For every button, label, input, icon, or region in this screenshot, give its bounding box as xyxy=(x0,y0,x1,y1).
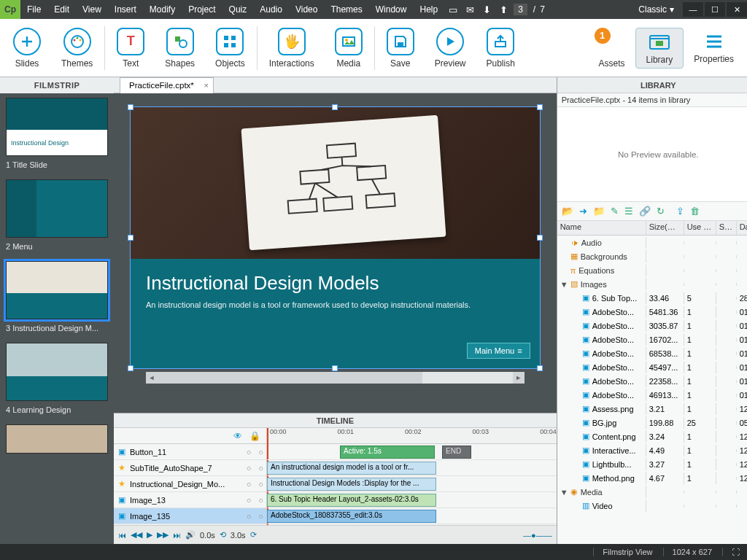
library-item[interactable]: ▣AdobeSto...3035.87101 xyxy=(557,319,747,332)
library-item[interactable]: ▣Content.png3.24112 xyxy=(557,429,747,443)
filmstrip-slide-1[interactable]: 1 Title Slide xyxy=(6,98,108,169)
ribbon-media[interactable]: Media xyxy=(325,25,373,71)
library-item[interactable]: ▣Interactive...4.49112 xyxy=(557,443,747,457)
step-fwd-icon[interactable]: ▶▶ xyxy=(157,530,169,540)
usage-icon[interactable]: 🔗 xyxy=(639,206,651,217)
import-icon[interactable]: ➜ xyxy=(579,206,587,217)
timeline-layer[interactable]: ▣Image_13○○ xyxy=(114,492,266,508)
goto-start-icon[interactable]: ⏮ xyxy=(118,531,126,540)
close-icon[interactable]: × xyxy=(204,81,208,90)
library-item[interactable]: ▣AdobeSto...45497...101 xyxy=(557,360,747,374)
ribbon-shapes[interactable]: Shapes xyxy=(155,25,205,71)
menu-window[interactable]: Window xyxy=(369,4,414,15)
menu-themes[interactable]: Themes xyxy=(324,4,368,15)
timeline-layer[interactable]: ▣Button_11○○ xyxy=(114,444,266,460)
ribbon-preview[interactable]: Preview xyxy=(425,25,476,71)
timeline-layer[interactable]: ★SubTitle_AutoShape_7○○ xyxy=(114,460,266,476)
workspace-switcher[interactable]: Classic ▾ xyxy=(631,4,681,15)
library-folder[interactable]: ▼◉Media xyxy=(557,485,747,499)
filmstrip-slide-4[interactable]: 4 Learning Design xyxy=(6,343,108,414)
audio-icon[interactable]: 🔊 xyxy=(185,530,196,540)
ribbon-themes[interactable]: Themes xyxy=(51,25,103,71)
col-use[interactable]: Use C... xyxy=(684,221,716,235)
ribbon-publish[interactable]: Publish xyxy=(476,25,525,71)
cc-icon[interactable]: ▭ xyxy=(444,4,462,15)
window-maximize[interactable]: ☐ xyxy=(705,2,725,17)
filmstrip-slide-2[interactable]: 2 Menu xyxy=(6,179,108,251)
edit-icon[interactable]: ✎ xyxy=(611,206,619,217)
ribbon-properties[interactable]: Properties xyxy=(684,29,744,67)
menu-edit[interactable]: Edit xyxy=(47,4,76,15)
play-icon[interactable]: ▶ xyxy=(147,530,152,540)
menu-audio[interactable]: Audio xyxy=(253,4,289,15)
timeline-zoom-out[interactable]: ⟲ xyxy=(220,530,226,540)
refresh-icon[interactable]: ↻ xyxy=(657,206,665,217)
download-icon[interactable]: ⬇ xyxy=(479,4,495,15)
menu-insert[interactable]: Insert xyxy=(108,4,143,15)
timeline-zoom-in[interactable]: ⟳ xyxy=(250,530,257,540)
library-tree[interactable]: 🕩Audio▦BackgroundsπEquations▼▧Images▣6. … xyxy=(557,236,747,544)
menu-video[interactable]: Video xyxy=(289,4,324,15)
library-item[interactable]: ▣BG.jpg199.882505 xyxy=(557,416,747,429)
ribbon-interactions[interactable]: 🖐 Interactions xyxy=(259,25,325,71)
ribbon-objects[interactable]: Objects xyxy=(205,25,255,71)
delete-icon[interactable]: 🗑 xyxy=(690,206,700,217)
library-item[interactable]: ▣Method.png4.67112 xyxy=(557,471,747,485)
col-name[interactable]: Name xyxy=(557,221,646,235)
stage-area[interactable]: Instructional Design Models An instructi… xyxy=(114,93,557,413)
slide-canvas[interactable]: Instructional Design Models An instructi… xyxy=(130,106,541,369)
menu-help[interactable]: Help xyxy=(413,4,444,15)
library-folder[interactable]: ▼▧Images xyxy=(557,277,747,291)
library-folder[interactable]: ▦Backgrounds xyxy=(557,249,747,263)
timeline-ruler[interactable]: 00:00 00:01 00:02 00:03 00:04 xyxy=(267,428,557,444)
library-columns[interactable]: Name Size(KB) Use C... St... Date xyxy=(557,221,747,236)
library-item[interactable]: ▣AdobeSto...46913...101 xyxy=(557,388,747,402)
goto-end-icon[interactable]: ⏭ xyxy=(173,531,181,540)
lock-icon[interactable]: 🔒 xyxy=(249,431,260,441)
clip-image135[interactable]: AdobeStock_180837355_edit:3.0s xyxy=(267,510,436,523)
library-folder[interactable]: πEquations xyxy=(557,263,747,277)
menu-file[interactable]: File xyxy=(20,4,47,15)
menu-modify[interactable]: Modify xyxy=(143,4,182,15)
library-item[interactable]: ▣AdobeSto...68538...101 xyxy=(557,346,747,360)
clip-active[interactable]: Active: 1.5s xyxy=(340,446,435,459)
clip-end[interactable]: END xyxy=(442,446,471,459)
filmstrip-slide-3[interactable]: 3 Instructional Design M... xyxy=(6,261,108,332)
library-folder[interactable]: 🕩Audio xyxy=(557,236,747,249)
window-close[interactable]: ✕ xyxy=(727,2,747,17)
menu-view[interactable]: View xyxy=(76,4,108,15)
col-date[interactable]: Date xyxy=(737,221,747,235)
library-item[interactable]: ▣AdobeSto...22358...101 xyxy=(557,374,747,388)
library-item[interactable]: ▣Assess.png3.21112 xyxy=(557,402,747,416)
menu-project[interactable]: Project xyxy=(182,4,222,15)
main-menu-button[interactable]: Main Menu ≡ xyxy=(467,343,530,359)
window-minimize[interactable]: — xyxy=(683,2,703,17)
library-item[interactable]: ▣Lightbulb...3.27112 xyxy=(557,457,747,471)
timeline-layer[interactable]: ★Instructional_Design_Mo...○○ xyxy=(114,476,266,492)
col-size[interactable]: Size(KB) xyxy=(646,221,684,235)
ribbon-library[interactable]: Library xyxy=(635,28,684,69)
ribbon-save[interactable]: Save xyxy=(376,25,425,71)
clip-image13[interactable]: 6. Sub Topic Header Layout_2-assets-02:3… xyxy=(267,494,436,507)
filmstrip-slide-5[interactable] xyxy=(6,424,108,454)
ribbon-text[interactable]: T Text xyxy=(107,25,155,71)
clip-title[interactable]: Instructional Design Models :Display for… xyxy=(267,478,436,491)
page-current[interactable]: 3 xyxy=(514,4,527,15)
clip-subtitle[interactable]: An instructional design model is a tool … xyxy=(267,462,436,475)
properties-icon[interactable]: ☰ xyxy=(624,206,633,217)
library-item[interactable]: ▥Video xyxy=(557,499,747,513)
library-item[interactable]: ▣AdobeSto...5481.36101 xyxy=(557,305,747,319)
ribbon-assets[interactable]: 1 Assets xyxy=(589,25,635,71)
stage-hscroll[interactable]: ◄► xyxy=(146,372,525,384)
mail-icon[interactable]: ✉ xyxy=(462,4,479,15)
menu-quiz[interactable]: Quiz xyxy=(222,4,254,15)
folder-icon[interactable]: 📁 xyxy=(593,206,605,217)
status-expand-icon[interactable]: ⛶ xyxy=(722,548,740,556)
step-back-icon[interactable]: ◀◀ xyxy=(131,530,142,540)
col-status[interactable]: St... xyxy=(716,221,737,235)
library-item[interactable]: ▣6. Sub Top...33.46528 xyxy=(557,291,747,305)
select-unused-icon[interactable]: ⇪ xyxy=(676,206,684,217)
document-tab[interactable]: PracticeFile.cptx* × xyxy=(120,77,214,93)
upload-icon[interactable]: ⬆ xyxy=(495,4,512,15)
library-item[interactable]: ▣AdobeSto...16702...101 xyxy=(557,332,747,346)
